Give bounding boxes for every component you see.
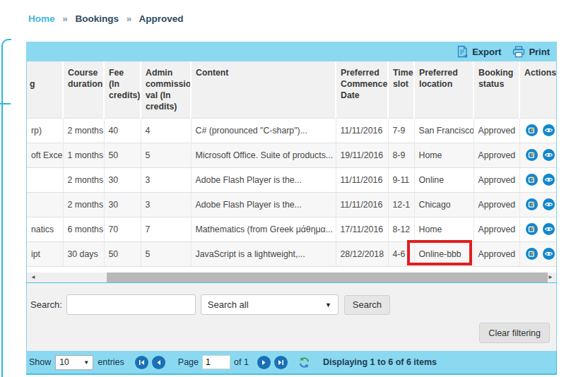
scroll-left-arrow[interactable]: ◄ [28,273,38,282]
edit-booking-button[interactable] [526,248,538,260]
chevron-down-icon: ▼ [83,359,89,366]
edit-icon [526,124,538,136]
export-button[interactable]: Export [457,45,501,58]
cell-location: Home [414,217,474,241]
display-status: Displaying 1 to 6 of 6 items [323,357,437,367]
cell-time-slot: 7-9 [388,118,414,143]
cell-fee: 40 [104,118,141,143]
breadcrumb-item-bookings[interactable]: Bookings [76,13,119,24]
cell-commission: 4 [141,118,191,143]
edit-booking-button[interactable] [526,124,538,136]
cell-name-fragment: ipt [27,241,63,266]
eye-icon [543,223,555,235]
cell-content: C# (pronounced "C-sharp")... [191,118,336,143]
previous-page-button[interactable] [152,356,165,369]
cell-status: Approved [474,241,519,266]
cell-time-slot: 8-12 [388,217,414,241]
column-header: Booking status [474,61,519,118]
cell-location: Online-bbb [414,241,474,266]
page-input[interactable] [202,355,230,369]
edit-booking-button[interactable] [526,174,538,186]
bookings-widget: Export Print gCourse durationFee (In cre… [26,42,557,375]
cell-actions [519,241,556,266]
breadcrumb-home-link[interactable]: Home [28,13,55,24]
cell-time-slot: 4-6 [388,241,414,266]
scrollbar-thumb[interactable] [107,273,548,282]
first-page-button[interactable] [135,356,148,369]
cell-status: Approved [474,143,519,167]
first-page-icon [139,359,145,366]
column-header: Course duration [63,61,104,118]
last-page-button[interactable] [274,356,288,369]
edit-booking-button[interactable] [526,223,538,235]
cell-commission: 5 [141,241,191,266]
cell-name-fragment: natics [27,217,63,241]
cell-duration: 2 months [63,167,104,192]
view-booking-button[interactable] [543,248,555,260]
breadcrumb: Home » Bookings » Approved [28,13,184,24]
page: Home » Bookings » Approved Export [0,0,588,377]
horizontal-scrollbar[interactable]: ◄ ► [27,273,556,282]
cell-date: 28/12/2018 [336,241,388,266]
cell-location: Online [414,167,474,192]
view-booking-button[interactable] [543,149,555,161]
print-label: Print [529,47,550,57]
search-field-selected: Search all [208,299,249,310]
next-page-button[interactable] [257,356,271,369]
cell-date: 11/11/2016 [336,192,388,217]
cell-commission: 3 [141,192,191,217]
view-booking-button[interactable] [543,174,555,186]
cell-content: Adobe Flash Player is the... [191,192,336,217]
entries-select[interactable]: 10 ▼ [55,355,93,370]
cell-content: Adobe Flash Player is the... [191,167,336,192]
cell-name-fragment: rp) [27,118,63,143]
column-header: Preferred location [414,61,474,118]
cell-content: Mathematics (from Greek μάθημα... [191,217,336,241]
search-input[interactable] [66,294,196,315]
cell-time-slot: 8-9 [388,143,414,167]
view-booking-button[interactable] [543,223,555,235]
show-label: Show [29,357,51,367]
panel-edge-notch [0,103,11,104]
print-button[interactable]: Print [512,46,550,58]
eye-icon [543,124,555,136]
edit-booking-button[interactable] [526,198,538,210]
cell-time-slot: 12-1 [388,192,414,217]
cell-content: Microsoft Office. Suite of products... [191,143,336,167]
cell-commission: 7 [141,217,191,241]
column-header: Fee (In credits) [104,61,141,118]
cell-name-fragment [27,167,63,192]
edit-icon [526,149,538,161]
edit-icon [526,174,538,186]
table-row: 2 months303Adobe Flash Player is the...1… [27,167,556,192]
cell-fee: 30 [104,167,141,192]
view-booking-button[interactable] [543,124,555,136]
clear-filtering-button[interactable]: Clear filtering [479,323,550,343]
filter-area: Search: Search all ▼ Search Clear filter… [26,283,557,351]
column-header: Preferred Commence Date [336,61,388,118]
search-button[interactable]: Search [344,295,390,315]
view-booking-button[interactable] [543,198,555,210]
search-field-select[interactable]: Search all ▼ [201,294,339,315]
refresh-button[interactable] [299,357,310,368]
cell-date: 19/11/2016 [336,143,388,167]
cell-fee: 50 [104,241,141,266]
last-page-icon [278,359,284,366]
pagination-bar: Show 10 ▼ entries Page of 1 [26,351,557,375]
table-header-row: gCourse durationFee (In credits)Admin co… [27,61,556,118]
page-count-label: of 1 [234,357,249,367]
search-label: Search: [30,299,62,310]
scroll-right-arrow[interactable]: ► [546,273,555,282]
chevron-down-icon: ▼ [325,301,331,309]
edit-icon [526,248,538,260]
table-row: rp)2 months404C# (pronounced "C-sharp").… [27,118,556,143]
eye-icon [543,149,555,161]
cell-status: Approved [474,217,519,241]
table-toolbar: Export Print [26,42,557,61]
edit-icon [526,223,538,235]
edit-booking-button[interactable] [526,149,538,161]
column-header: g [27,61,63,118]
cell-duration: 6 months [63,217,104,241]
breadcrumb-item-approved: Approved [139,13,184,24]
cell-actions [519,167,556,192]
